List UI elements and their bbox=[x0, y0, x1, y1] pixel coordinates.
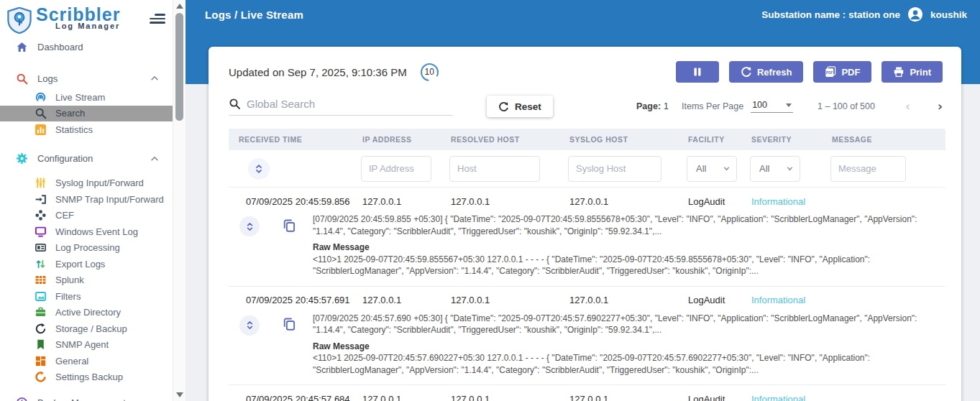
ip-filter-input[interactable] bbox=[361, 156, 431, 182]
sidebar-item-windows-event-log[interactable]: Windows Event Log bbox=[0, 223, 173, 240]
resolved-host-value: 127.0.0.1 bbox=[441, 295, 559, 305]
brand: Scribbler Log Manager bbox=[0, 0, 173, 33]
sidebar-item-label: Search bbox=[55, 108, 85, 119]
expand-row-button[interactable] bbox=[239, 216, 260, 236]
sidebar-item-backup-management[interactable]: Backup Management bbox=[0, 392, 173, 401]
sidebar-item-label: Splunk bbox=[55, 275, 84, 285]
app-window: Scribbler Log Manager Dashboard Logs Liv… bbox=[0, 0, 980, 401]
col-message: Message bbox=[822, 135, 945, 144]
sidebar-item-label: Configuration bbox=[37, 153, 93, 164]
syslog-filter-input[interactable] bbox=[568, 156, 661, 182]
range-text: 1 – 100 of 500 bbox=[818, 101, 875, 111]
pause-button[interactable] bbox=[676, 61, 719, 83]
col-resolved-host: Resolved Host bbox=[441, 135, 559, 144]
sidebar-item-active-directory[interactable]: Active Directory bbox=[0, 305, 173, 321]
updated-timestamp: Updated on Sep 7, 2025, 9:10:36 PM bbox=[229, 66, 407, 78]
live-stream-icon bbox=[35, 91, 47, 103]
expand-collapse-icon bbox=[244, 320, 255, 331]
user-avatar-icon[interactable] bbox=[907, 6, 923, 22]
facility-select[interactable]: All bbox=[687, 156, 737, 182]
formatted-message: [07/09/2025 20:45:59.855 +05:30] { "Date… bbox=[313, 213, 944, 237]
severity-select[interactable]: All bbox=[750, 156, 800, 182]
copy-log-button[interactable] bbox=[280, 218, 298, 235]
active-directory-icon bbox=[35, 306, 47, 318]
formatted-message: [07/09/2025 20:45:57.690 +05:30] { "Date… bbox=[313, 313, 944, 336]
sort-time-button[interactable] bbox=[248, 158, 270, 180]
sidebar-item-log-processing[interactable]: Log Processing bbox=[0, 240, 173, 257]
resolved-host-value: 127.0.0.1 bbox=[441, 196, 559, 207]
items-per-page-select[interactable]: 100 bbox=[751, 100, 793, 113]
refresh-countdown-badge: 10 bbox=[420, 63, 439, 82]
sidebar-item-label: Syslog Input/Forward bbox=[55, 178, 144, 188]
sidebar-item-cef[interactable]: CEF bbox=[0, 208, 173, 224]
message-filter-input[interactable] bbox=[830, 156, 906, 182]
sidebar-item-statistics[interactable]: Statistics bbox=[0, 121, 173, 138]
sidebar-nav: Dashboard Logs Live Stream Search Statis… bbox=[0, 36, 173, 401]
sidebar-item-general[interactable]: General bbox=[0, 353, 173, 369]
expand-row-button[interactable] bbox=[239, 315, 260, 336]
copy-log-button[interactable] bbox=[280, 317, 298, 334]
scrollbar-up-arrow-icon[interactable] bbox=[176, 4, 183, 9]
sidebar-item-dashboard[interactable]: Dashboard bbox=[0, 36, 173, 57]
sidebar-item-syslog-input-forward[interactable]: Syslog Input/Forward bbox=[0, 175, 173, 192]
global-search-input[interactable] bbox=[247, 98, 453, 110]
svg-text:PDF: PDF bbox=[826, 71, 833, 75]
sidebar-item-storage-backup[interactable]: Storage / Backup bbox=[0, 321, 173, 337]
sidebar-item-label: Log Processing bbox=[55, 242, 120, 253]
sidebar-item-label: Settings Backup bbox=[55, 372, 123, 382]
username[interactable]: koushik bbox=[930, 9, 967, 20]
pagination: Page: 1 Items Per Page 100 1 – 100 of 50… bbox=[636, 99, 943, 114]
pdf-icon: PDF bbox=[825, 66, 836, 78]
global-search[interactable] bbox=[229, 98, 453, 116]
prev-page-button[interactable]: ‹ bbox=[905, 99, 910, 114]
gear-icon bbox=[16, 152, 28, 165]
sliders-icon bbox=[35, 177, 47, 189]
print-button[interactable]: Print bbox=[881, 61, 943, 83]
ip-value: 127.0.0.1 bbox=[352, 394, 441, 401]
menu-icon[interactable] bbox=[150, 11, 165, 26]
sidebar-scrollbar[interactable] bbox=[173, 0, 186, 401]
sidebar-item-label: SNMP Agent bbox=[55, 339, 109, 350]
refresh-button[interactable]: Refresh bbox=[729, 61, 803, 83]
sidebar-item-logs[interactable]: Logs bbox=[0, 68, 173, 89]
sidebar-item-label: Active Directory bbox=[55, 307, 121, 318]
received-time-value: 07/09/2025 20:45:59.856 bbox=[229, 196, 352, 207]
col-syslog-host: Syslog Host bbox=[559, 135, 678, 144]
sidebar-item-settings-backup[interactable]: Settings Backup bbox=[0, 369, 173, 386]
ip-value: 127.0.0.1 bbox=[352, 196, 441, 207]
host-filter-input[interactable] bbox=[449, 156, 540, 182]
received-time-value: 07/09/2025 20:45:57.684 bbox=[229, 394, 352, 401]
sidebar-item-splunk[interactable]: Splunk bbox=[0, 272, 173, 289]
raw-message-label: Raw Message bbox=[313, 341, 944, 353]
sidebar-item-search[interactable]: Search bbox=[0, 106, 173, 122]
sidebar-item-live-stream[interactable]: Live Stream bbox=[0, 89, 173, 106]
sidebar-item-snmp-trap-input-forward[interactable]: SNMP Trap Input/Forward bbox=[0, 191, 173, 208]
storage-backup-icon bbox=[35, 323, 47, 335]
table-body: 07/09/2025 20:45:59.856 127.0.0.1 127.0.… bbox=[229, 192, 945, 401]
severity-badge: Informational bbox=[741, 196, 822, 207]
scrollbar-thumb[interactable] bbox=[175, 13, 183, 121]
chevron-up-icon bbox=[150, 154, 160, 164]
severity-badge: Informational bbox=[741, 394, 822, 401]
filter-row: All All bbox=[229, 150, 945, 188]
chevron-down-icon bbox=[723, 165, 731, 172]
resolved-host-value: 127.0.0.1 bbox=[441, 394, 559, 401]
pdf-button[interactable]: PDF PDF bbox=[813, 61, 871, 83]
scrollbar-down-arrow-icon[interactable] bbox=[176, 392, 183, 397]
reset-button[interactable]: Reset bbox=[487, 96, 553, 117]
sidebar-item-label: General bbox=[55, 356, 88, 367]
sidebar: Scribbler Log Manager Dashboard Logs Liv… bbox=[0, 0, 173, 401]
next-page-button[interactable]: › bbox=[938, 99, 943, 114]
substation-label: Substation name : station one bbox=[761, 9, 900, 20]
snmp-trap-icon bbox=[35, 193, 47, 206]
sidebar-item-configuration[interactable]: Configuration bbox=[0, 148, 173, 170]
monitor-icon bbox=[35, 226, 47, 238]
sidebar-item-filters[interactable]: Filters bbox=[0, 288, 173, 305]
sidebar-item-export-logs[interactable]: Export Logs bbox=[0, 256, 173, 272]
log-message: [07/09/2025 20:45:57.690 +05:30] { "Date… bbox=[313, 313, 945, 377]
raw-message: <110>1 2025-09-07T20:45:57.690227+05:30 … bbox=[313, 352, 944, 376]
search-row: Reset Page: 1 Items Per Page 100 1 – 100… bbox=[229, 96, 943, 117]
sidebar-item-label: Statistics bbox=[55, 124, 93, 135]
chevron-down-icon bbox=[786, 165, 794, 172]
sidebar-item-snmp-agent[interactable]: SNMP Agent bbox=[0, 337, 173, 354]
